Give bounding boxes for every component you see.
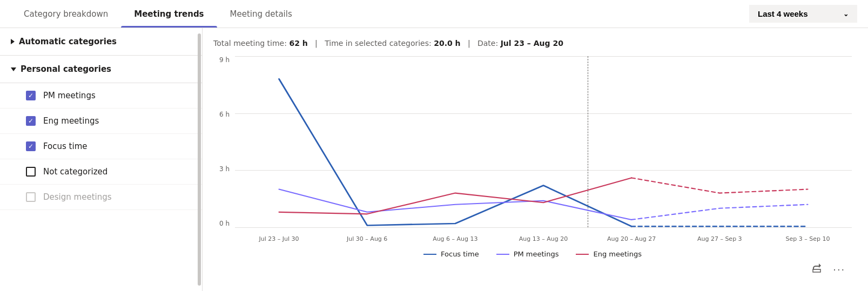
x-label-0: Jul 23 – Jul 30 xyxy=(235,227,323,243)
chevron-down-icon: ⌄ xyxy=(843,10,849,18)
chevron-right-icon xyxy=(11,39,15,44)
chart-svg xyxy=(235,56,852,227)
sidebar-item-eng-meetings[interactable]: Eng meetings xyxy=(0,109,202,134)
more-button[interactable]: ··· xyxy=(831,260,847,278)
x-label-4: Aug 20 – Aug 27 xyxy=(588,227,676,243)
legend-pm-meetings: PM meetings xyxy=(496,250,559,258)
share-icon xyxy=(811,262,822,273)
y-label-3h: 3 h xyxy=(219,165,230,173)
bottom-actions: ··· xyxy=(213,258,852,280)
x-label-1: Jul 30 – Aug 6 xyxy=(323,227,411,243)
personal-categories-section: Personal categories PM meetings Eng meet… xyxy=(0,56,202,210)
legend-focus-time: Focus time xyxy=(423,250,479,258)
y-label-9h: 9 h xyxy=(219,56,230,64)
tab-meeting-trends[interactable]: Meeting trends xyxy=(121,0,217,28)
period-selector[interactable]: Last 4 weeks ⌄ xyxy=(749,5,857,23)
x-axis: Jul 23 – Jul 30 Jul 30 – Aug 6 Aug 6 – A… xyxy=(235,227,852,243)
y-label-6h: 6 h xyxy=(219,111,230,118)
sidebar-item-focus-time[interactable]: Focus time xyxy=(0,134,202,159)
legend-eng-meetings: Eng meetings xyxy=(576,250,641,258)
automatic-categories-section: Automatic categories xyxy=(0,28,202,56)
not-categorized-checkbox[interactable] xyxy=(26,167,36,177)
main-content: Automatic categories Personal categories… xyxy=(0,28,868,291)
x-label-6: Sep 3 – Sep 10 xyxy=(764,227,852,243)
sidebar-item-design-meetings[interactable]: Design meetings xyxy=(0,185,202,210)
legend-line-pm-meetings xyxy=(496,254,509,255)
more-icon: ··· xyxy=(833,263,845,275)
design-meetings-checkbox[interactable] xyxy=(26,192,36,202)
pm-meetings-checkbox[interactable] xyxy=(26,91,36,100)
scrollbar[interactable] xyxy=(198,33,201,286)
chart-container: 9 h 6 h 3 h 0 h xyxy=(213,56,852,243)
chart-inner: Jul 23 – Jul 30 Jul 30 – Aug 6 Aug 6 – A… xyxy=(235,56,852,243)
tab-meeting-details[interactable]: Meeting details xyxy=(217,0,305,28)
sidebar-item-not-categorized[interactable]: Not categorized xyxy=(0,159,202,185)
share-button[interactable] xyxy=(809,260,824,278)
focus-time-checkbox[interactable] xyxy=(26,141,36,151)
chevron-down-icon xyxy=(11,67,16,71)
automatic-categories-header[interactable]: Automatic categories xyxy=(0,28,202,56)
sidebar: Automatic categories Personal categories… xyxy=(0,28,203,291)
chart-summary: Total meeting time: 62 h | Time in selec… xyxy=(213,39,852,48)
x-label-5: Aug 27 – Sep 3 xyxy=(676,227,764,243)
eng-meetings-checkbox[interactable] xyxy=(26,116,36,126)
tab-category-breakdown[interactable]: Category breakdown xyxy=(11,0,121,28)
sidebar-item-pm-meetings[interactable]: PM meetings xyxy=(0,83,202,109)
legend-line-eng-meetings xyxy=(576,254,589,255)
chart-legend: Focus time PM meetings Eng meetings xyxy=(213,243,852,258)
personal-categories-header[interactable]: Personal categories xyxy=(0,56,202,83)
chart-area: Total meeting time: 62 h | Time in selec… xyxy=(203,28,868,291)
y-axis: 9 h 6 h 3 h 0 h xyxy=(213,56,235,243)
x-label-3: Aug 13 – Aug 20 xyxy=(499,227,587,243)
legend-line-focus-time xyxy=(423,254,436,255)
y-label-0h: 0 h xyxy=(219,220,230,227)
tab-bar: Category breakdown Meeting trends Meetin… xyxy=(0,0,868,28)
x-label-2: Aug 6 – Aug 13 xyxy=(411,227,499,243)
